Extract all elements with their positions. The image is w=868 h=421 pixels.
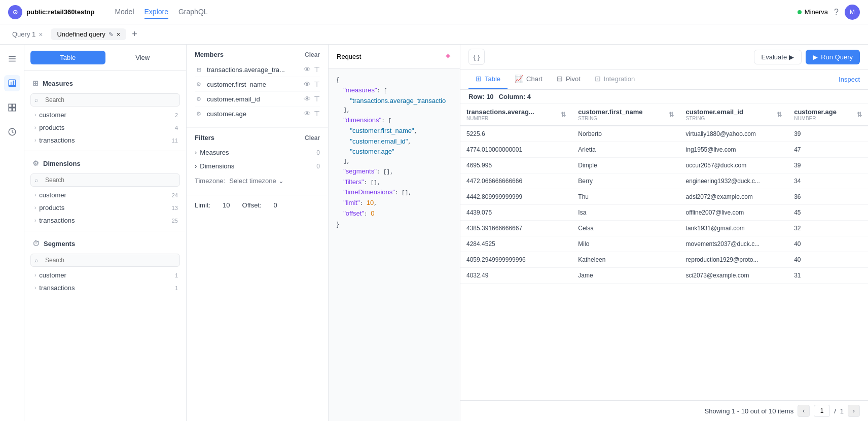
query-tab-undefined-close[interactable]: ×	[117, 30, 121, 38]
dimensions-section-header: ⚙ Dimensions	[24, 155, 186, 171]
nav-graphql[interactable]: GraphQL	[178, 6, 208, 19]
page-next-button[interactable]: ›	[848, 405, 860, 417]
measures-transactions-item[interactable]: ›transactions 11	[24, 134, 186, 147]
dimensions-products-item[interactable]: ›products 13	[24, 201, 186, 214]
table-cell: 34	[788, 173, 868, 189]
history-icon-btn[interactable]	[4, 124, 20, 140]
svg-rect-9	[9, 108, 12, 111]
member-view-btn-0[interactable]: 👁	[304, 65, 311, 74]
result-tab-pivot[interactable]: ⊟ Pivot	[550, 69, 588, 89]
filter-chevron-dims: ›	[195, 162, 197, 170]
filter-measures-label: Measures	[200, 149, 229, 156]
measures-customer-item[interactable]: ›customer 2	[24, 109, 186, 121]
limit-offset-row: Limit: 10 Offset: 0	[195, 197, 320, 213]
query-tab-1[interactable]: Query 1 ×	[6, 28, 49, 41]
avatar[interactable]: M	[845, 5, 860, 20]
query-tab-undefined[interactable]: Undefined query ✎ ×	[51, 28, 126, 40]
code-toggle-button[interactable]: { }	[468, 49, 485, 65]
evaluate-button[interactable]: Evaluate ▶	[754, 50, 802, 64]
member-view-btn-2[interactable]: 👁	[304, 95, 311, 103]
table-cell: sci2073@example.com	[680, 268, 788, 284]
result-tab-table[interactable]: ⊞ Table	[468, 69, 508, 89]
segments-customer-item[interactable]: ›customer 1	[24, 269, 186, 282]
segments-transactions-item[interactable]: ›transactions 1	[24, 282, 186, 294]
help-icon[interactable]: ?	[834, 8, 839, 17]
chart-icon-btn[interactable]	[4, 75, 20, 91]
table-cell: 4472.066666666666	[460, 173, 572, 189]
result-tab-integration[interactable]: ⊡ Integration	[588, 69, 642, 89]
measures-search-input[interactable]	[30, 93, 180, 107]
dimensions-search-icon: ⌕	[34, 177, 38, 184]
chart-tab-icon: 📈	[515, 75, 523, 83]
member-filter-btn-1[interactable]: ⊤	[314, 80, 320, 88]
filter-dimensions-count: 0	[316, 163, 320, 170]
page-total: 1	[840, 407, 844, 415]
sort-icon-3[interactable]: ⇅	[857, 111, 862, 118]
result-tab-chart[interactable]: 📈 Chart	[508, 69, 550, 89]
nav-explore[interactable]: Explore	[144, 6, 168, 19]
member-filter-btn-0[interactable]: ⊤	[314, 65, 320, 74]
chevron-icon: ›	[34, 125, 36, 130]
run-query-button[interactable]: ▶ Run Query	[806, 50, 860, 64]
sort-icon-2[interactable]: ⇅	[777, 111, 782, 118]
table-cell: 36	[788, 189, 868, 205]
table-cell: Berry	[572, 173, 679, 189]
data-table: transactions.averag... NUMBER ⇅ customer…	[460, 104, 868, 284]
page-current-input[interactable]	[814, 405, 830, 417]
menu-icon-btn[interactable]	[4, 51, 20, 67]
table-cell: 4442.809999999999	[460, 189, 572, 205]
measures-products-item[interactable]: ›products 4	[24, 121, 186, 134]
request-title: Request	[337, 53, 361, 60]
table-cell: Isa	[572, 205, 679, 221]
table-cell: 31	[788, 268, 868, 284]
top-nav: ⊙ public:retail360testnp Model Explore G…	[0, 0, 868, 24]
dimensions-search-input[interactable]	[30, 173, 180, 187]
member-view-btn-1[interactable]: 👁	[304, 80, 311, 88]
member-view-btn-3[interactable]: 👁	[304, 110, 311, 118]
table-cell: 4385.391666666667	[460, 221, 572, 236]
member-filter-btn-2[interactable]: ⊤	[314, 95, 320, 103]
dimensions-customer-item[interactable]: ›customer 24	[24, 189, 186, 201]
svg-rect-7	[9, 104, 12, 107]
table-row: 4774.010000000001Arlettaing1955@live.com…	[460, 142, 868, 158]
sort-icon-0[interactable]: ⇅	[561, 111, 566, 118]
filters-section: Filters Clear › Measures 0 › Dimensions …	[187, 128, 328, 195]
table-row: 5225.6Norbertovirtually1880@yahoo.com39	[460, 126, 868, 142]
col-header-3: customer.age NUMBER ⇅	[788, 104, 868, 126]
timezone-select[interactable]: Select timezone ⌄	[229, 177, 284, 185]
query-tab-1-close[interactable]: ×	[39, 30, 43, 39]
timezone-chevron-icon: ⌄	[278, 177, 284, 185]
edit-tab-icon[interactable]: ✎	[108, 31, 114, 38]
offset-label: Offset:	[242, 201, 262, 209]
page-prev-button[interactable]: ‹	[798, 405, 810, 417]
table-row: 4695.995Dimpleoccur2057@duck.com39	[460, 158, 868, 173]
table-row: 4385.391666666667Celsatank1931@gmail.com…	[460, 221, 868, 236]
table-cell: Thu	[572, 189, 679, 205]
filters-clear-button[interactable]: Clear	[305, 134, 320, 142]
integration-icon: ⊡	[595, 75, 601, 83]
request-magic-icon[interactable]: ✦	[444, 51, 452, 62]
nav-model[interactable]: Model	[115, 6, 134, 19]
filters-title: Filters	[195, 134, 214, 142]
panel-tab-view[interactable]: View	[105, 51, 180, 64]
filter-dimensions-row[interactable]: › Dimensions 0	[195, 159, 320, 173]
member-item-1: ⚙ customer.first_name 👁 ⊤	[195, 77, 320, 92]
add-tab-button[interactable]: +	[128, 28, 140, 41]
dimensions-transactions-item[interactable]: ›transactions 25	[24, 214, 186, 227]
filter-measures-row[interactable]: › Measures 0	[195, 146, 320, 159]
member-filter-btn-3[interactable]: ⊤	[314, 110, 320, 118]
inspect-link[interactable]: Inspect	[839, 76, 868, 83]
members-clear-button[interactable]: Clear	[305, 51, 320, 58]
sort-icon-1[interactable]: ⇅	[669, 111, 674, 118]
logo-icon: ⊙	[8, 5, 22, 19]
table-row: 4059.2949999999996Katheleenreproduction1…	[460, 252, 868, 268]
member-dim-icon-3: ⚙	[195, 110, 203, 118]
chevron-icon: ›	[34, 205, 36, 210]
panel-tab-table[interactable]: Table	[30, 51, 105, 64]
table-cell: Arletta	[572, 142, 679, 158]
segments-search-input[interactable]	[30, 254, 180, 267]
member-item-3: ⚙ customer.age 👁 ⊤	[195, 107, 320, 121]
grid-icon-btn[interactable]	[4, 99, 20, 116]
measures-search-icon: ⌕	[34, 96, 38, 103]
table-icon: ⊞	[476, 75, 482, 83]
